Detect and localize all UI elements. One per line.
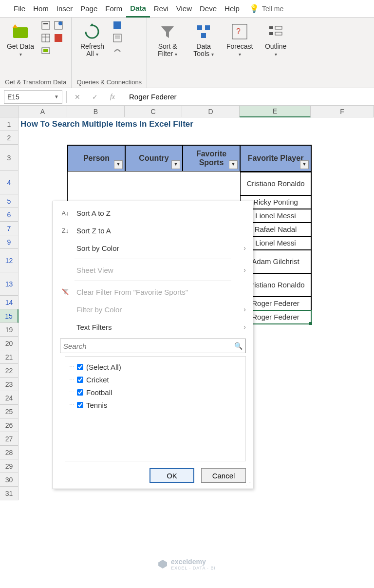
sort-za-item[interactable]: Z↓ Sort Z to A	[53, 222, 253, 239]
check-item[interactable]: ⋯ Football	[69, 386, 242, 398]
queries-icon[interactable]	[112, 20, 122, 30]
formula-input[interactable]	[123, 90, 370, 104]
recent-sources-icon[interactable]	[54, 33, 63, 43]
row-header-20[interactable]: 20	[0, 337, 19, 350]
row-header-25[interactable]: 25	[0, 405, 19, 418]
sort-za-icon: Z↓	[60, 225, 71, 236]
row-header-28[interactable]: 28	[0, 446, 19, 459]
row-header-22[interactable]: 22	[0, 364, 19, 378]
row-header-26[interactable]: 26	[0, 418, 19, 432]
row-header-13[interactable]: 13	[0, 272, 19, 296]
tab-inser[interactable]: Inser	[53, 0, 76, 17]
row-header-24[interactable]: 24	[0, 391, 19, 405]
checkbox[interactable]	[77, 364, 83, 370]
col-header-A[interactable]: A	[19, 106, 67, 117]
tab-hom[interactable]: Hom	[29, 0, 53, 17]
svg-rect-8	[55, 34, 62, 42]
forecast-button[interactable]: ? Forecast▾	[224, 20, 255, 58]
tab-file[interactable]: File	[10, 0, 29, 17]
check-item[interactable]: ⋯ (Select All)	[69, 360, 242, 373]
checkbox[interactable]	[77, 389, 83, 396]
col-header-E[interactable]: E	[240, 106, 311, 117]
resize-grip-icon[interactable]: ⋰	[246, 481, 251, 487]
row-header-31[interactable]: 31	[0, 487, 19, 500]
tab-revi[interactable]: Revi	[150, 0, 172, 17]
row-header-12[interactable]: 12	[0, 249, 19, 272]
svg-rect-0	[13, 27, 28, 38]
col-header-C[interactable]: C	[125, 106, 182, 117]
column-headers: A B C D E F	[0, 106, 374, 117]
svg-rect-16	[205, 25, 210, 30]
existing-connections-icon[interactable]	[41, 46, 51, 56]
filter-search-box[interactable]: 🔍	[60, 339, 246, 353]
from-text-icon[interactable]	[41, 20, 51, 30]
get-data-button[interactable]: Get Data ▾	[5, 20, 36, 58]
th-player: Favorite Player ▼	[240, 145, 311, 171]
row-header-7[interactable]: 7	[0, 222, 19, 235]
outline-button[interactable]: Outline▾	[260, 20, 291, 58]
row-header-19[interactable]: 19	[0, 323, 19, 337]
table-cell[interactable]: Cristiano Ronaldo	[240, 172, 311, 195]
checkbox[interactable]	[77, 402, 83, 408]
filter-button-person[interactable]: ▼	[114, 160, 123, 169]
tab-page[interactable]: Page	[76, 0, 101, 17]
col-header-B[interactable]: B	[67, 106, 125, 117]
svg-rect-23	[275, 32, 282, 35]
row-header-3[interactable]: 3	[0, 145, 19, 171]
cancel-formula-button[interactable]: ✕	[71, 90, 84, 104]
select-all-corner[interactable]	[0, 106, 19, 117]
svg-rect-15	[197, 25, 202, 30]
enter-formula-button[interactable]: ✓	[88, 90, 102, 104]
queries-small-buttons	[112, 20, 122, 56]
check-item[interactable]: ⋯ Cricket	[69, 373, 242, 386]
tab-data[interactable]: Data	[126, 0, 150, 18]
row-header-15[interactable]: 15	[0, 309, 19, 323]
filter-button-sports[interactable]: ▼	[229, 160, 238, 169]
properties-icon[interactable]	[112, 33, 122, 43]
refresh-all-button[interactable]: Refresh All ▾	[76, 20, 108, 58]
row-header-23[interactable]: 23	[0, 378, 19, 391]
filter-button-country[interactable]: ▼	[171, 160, 180, 169]
row-header-4[interactable]: 4	[0, 171, 19, 194]
row-header-29[interactable]: 29	[0, 459, 19, 473]
tab-help[interactable]: Help	[221, 0, 243, 17]
filter-button-player[interactable]: ▼	[300, 160, 309, 169]
fx-button[interactable]: fx	[106, 90, 119, 104]
row-header-6[interactable]: 6	[0, 208, 19, 222]
tab-view[interactable]: View	[172, 0, 196, 17]
svg-rect-11	[113, 21, 121, 29]
filter-search-input[interactable]	[63, 342, 234, 350]
fill-handle[interactable]	[309, 322, 312, 325]
cancel-button[interactable]: Cancel	[201, 468, 246, 483]
row-header-14[interactable]: 14	[0, 296, 19, 309]
sort-filter-button[interactable]: Sort & Filter ▾	[152, 20, 183, 58]
tab-form[interactable]: Form	[101, 0, 126, 17]
row-header-21[interactable]: 21	[0, 350, 19, 364]
row-header-1[interactable]: 1	[0, 117, 19, 131]
ok-button[interactable]: OK	[150, 468, 194, 483]
checkbox[interactable]	[77, 377, 83, 383]
svg-rect-17	[201, 33, 206, 38]
row-header-2[interactable]: 2	[0, 131, 19, 145]
row-header-9[interactable]: 9	[0, 235, 19, 249]
text-filters-item[interactable]: Text Filters ›	[53, 318, 253, 336]
forecast-icon: ?	[230, 22, 249, 41]
svg-rect-21	[275, 26, 282, 29]
name-box[interactable]: E15 ▼	[4, 90, 62, 104]
from-table-icon[interactable]	[41, 33, 51, 43]
tab-deve[interactable]: Deve	[196, 0, 221, 17]
sheet-title: How To Search Multiple Items In Excel Fi…	[19, 117, 374, 131]
funnel-icon	[158, 22, 177, 41]
row-header-27[interactable]: 27	[0, 432, 19, 446]
row-header-30[interactable]: 30	[0, 473, 19, 487]
sort-az-item[interactable]: A↓ Sort A to Z	[53, 204, 253, 222]
from-web-icon[interactable]	[54, 20, 63, 30]
sort-by-color-item[interactable]: Sort by Color ›	[53, 239, 253, 257]
col-header-F[interactable]: F	[311, 106, 374, 117]
row-header-5[interactable]: 5	[0, 194, 19, 208]
col-header-D[interactable]: D	[182, 106, 240, 117]
edit-links-icon[interactable]	[112, 46, 122, 56]
data-tools-button[interactable]: Data Tools ▾	[188, 20, 219, 58]
check-item[interactable]: ⋯ Tennis	[69, 398, 242, 411]
tell-me[interactable]: 💡Tell me	[249, 4, 283, 13]
